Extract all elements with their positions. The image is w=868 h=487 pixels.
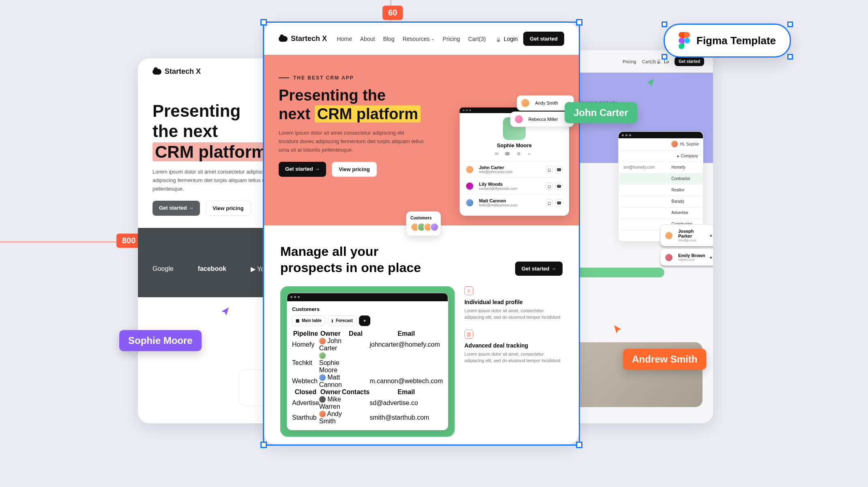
logo[interactable]: Startech X (279, 34, 327, 43)
lock-icon (496, 36, 501, 42)
cursor-john (644, 77, 655, 88)
nav: Startech X Home About Blog Resources Pri… (264, 23, 579, 55)
figma-badge-label: Figma Template (696, 34, 776, 47)
selection-handle[interactable] (260, 442, 267, 448)
measure-top: 60 (382, 6, 403, 20)
cursor-label-sophie: Sophie Moore (119, 330, 202, 351)
call-icon[interactable]: ☎ (555, 199, 563, 206)
nav-links: Home About Blog Resources Pricing Cart(3… (337, 36, 486, 42)
get-started-button[interactable]: Get started (523, 32, 564, 46)
nav-blog[interactable]: Blog (383, 36, 394, 42)
nav-pricing[interactable]: Pricing (443, 36, 460, 42)
hi-user: Hi, Sophie (619, 138, 703, 150)
plus-icon[interactable]: + (710, 233, 712, 238)
selection-handle[interactable] (260, 19, 267, 26)
hero-lede: Lorem ipsum dolor sit amet consectetur a… (279, 129, 425, 154)
get-started-button[interactable]: Get started (675, 57, 704, 66)
customers-table: PipelineOwnerDealEmail Homefy John Carte… (292, 330, 443, 425)
artboard-center[interactable]: Startech X Home About Blog Resources Pri… (264, 23, 579, 444)
cloud-icon (279, 36, 288, 42)
login-link[interactable]: Login (496, 36, 518, 42)
message-icon[interactable]: ◻ (546, 182, 553, 190)
contact-chip-emily[interactable]: Emily Brownhi@eb.com+ (660, 249, 713, 266)
profile-name: Sophie Moore (464, 142, 564, 148)
figma-icon (679, 32, 690, 49)
get-started-button[interactable]: Get started → (515, 262, 563, 276)
chip-customers[interactable]: Customers (406, 211, 441, 236)
nav-pricing[interactable]: Pricing (623, 59, 636, 64)
view-pricing-button[interactable]: View pricing (206, 201, 250, 216)
logo-facebook: facebook (198, 265, 226, 272)
cursor-sophie (219, 306, 230, 317)
selection-handle[interactable] (662, 54, 667, 60)
add-button[interactable]: ＋ (359, 315, 370, 326)
nav-cart[interactable]: Cart(3) (642, 59, 656, 64)
tab-forecast[interactable]: ⫿ Forecast (328, 315, 357, 326)
cloud-icon (153, 69, 161, 75)
selection-handle[interactable] (787, 54, 793, 60)
user-icon: ☺ (464, 286, 473, 295)
brand-name: Startech X (291, 34, 327, 43)
logo-google: Google (153, 265, 174, 272)
cursor-label-andrew: Andrew Smith (623, 349, 706, 370)
eyebrow: THE BEST CRM APP (279, 75, 436, 81)
contact-row[interactable]: Matt Cannonhello@mattcannon.com◻☎ (464, 194, 564, 211)
customers-title: Customers (292, 306, 443, 312)
figma-template-badge[interactable]: Figma Template (664, 24, 791, 58)
selection-handle[interactable] (576, 442, 582, 448)
message-icon[interactable]: ◻ (546, 199, 553, 206)
contact-row[interactable]: John Carterinfo@johncarter.com◻☎ (464, 161, 564, 178)
call-icon[interactable]: ☎ (555, 166, 563, 173)
view-pricing-button[interactable]: View pricing (332, 162, 376, 177)
get-started-button[interactable]: Get started → (279, 162, 326, 177)
get-started-button[interactable]: Get started → (153, 201, 200, 216)
message-icon[interactable]: ◻ (546, 166, 553, 173)
brand-name: Startech X (165, 67, 201, 76)
selection-handle[interactable] (787, 21, 793, 27)
section-heading: Manage all your prospects in one place (280, 243, 434, 276)
nav-about[interactable]: About (360, 36, 375, 42)
tab-main[interactable]: ▦ Main table (292, 315, 325, 326)
nav-home[interactable]: Home (337, 36, 352, 42)
cursor-label-john: John Carter (565, 102, 637, 123)
profile-actions: ✉ ☎ ⚙ ＋ (464, 151, 564, 157)
feature-lead-profile: ☺ Individual lead profile Lorem ipsum do… (464, 286, 563, 321)
chart-icon: ▥ (464, 330, 473, 339)
feature-deal-tracking: ▥ Advanced deal tracking Lorem ipsum dol… (464, 330, 563, 364)
call-icon[interactable]: ☎ (555, 182, 563, 190)
selection-handle[interactable] (576, 19, 582, 26)
hero-area: THE BEST CRM APP Presenting the next CRM… (264, 55, 579, 225)
contact-chip-joseph[interactable]: Joseph Parkerinfo@jp.com+ (660, 225, 713, 246)
hero-heading: Presenting the next CRM platform (279, 86, 436, 123)
logo[interactable]: Startech X (153, 67, 201, 76)
contact-row[interactable]: Lily Woodscontact@lilywoods.com◻☎ (464, 178, 564, 194)
cursor-andrew (612, 324, 624, 335)
section-prospects: Manage all your prospects in one place G… (264, 225, 579, 437)
nav-cart[interactable]: Cart(3) (468, 36, 486, 42)
selection-handle[interactable] (662, 21, 667, 27)
nav-resources[interactable]: Resources (402, 36, 434, 42)
plus-icon[interactable]: + (710, 255, 712, 260)
